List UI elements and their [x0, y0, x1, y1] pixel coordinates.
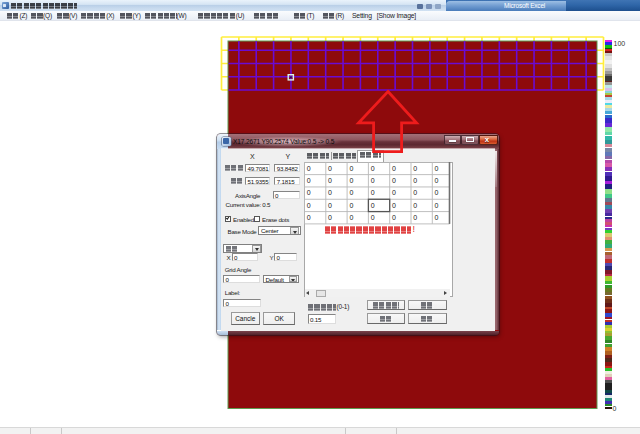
svg-text:0: 0 — [392, 177, 396, 184]
svg-text:0: 0 — [328, 189, 332, 196]
svg-text:0: 0 — [392, 202, 396, 209]
svg-text:0: 0 — [435, 214, 439, 221]
svg-text:0: 0 — [413, 202, 417, 209]
svg-text:0: 0 — [413, 214, 417, 221]
svg-text:0: 0 — [435, 189, 439, 196]
svg-text:0: 0 — [392, 189, 396, 196]
svg-text:0: 0 — [328, 165, 332, 172]
svg-text:0: 0 — [307, 177, 311, 184]
svg-text:0: 0 — [392, 165, 396, 172]
svg-text:0: 0 — [392, 214, 396, 221]
svg-text:0: 0 — [328, 177, 332, 184]
svg-text:0: 0 — [349, 177, 353, 184]
svg-text:0: 0 — [349, 214, 353, 221]
svg-text:0: 0 — [371, 165, 375, 172]
svg-text:0: 0 — [307, 202, 311, 209]
svg-text:0: 0 — [307, 214, 311, 221]
svg-text:0: 0 — [328, 202, 332, 209]
svg-text:0: 0 — [413, 177, 417, 184]
svg-text:0: 0 — [307, 189, 311, 196]
svg-text:0: 0 — [349, 202, 353, 209]
svg-text:0: 0 — [371, 177, 375, 184]
svg-text:0: 0 — [307, 165, 311, 172]
svg-text:0: 0 — [435, 165, 439, 172]
svg-text:0: 0 — [349, 189, 353, 196]
svg-text:0: 0 — [371, 189, 375, 196]
svg-text:0: 0 — [349, 165, 353, 172]
svg-text:0: 0 — [435, 177, 439, 184]
svg-text:0: 0 — [435, 202, 439, 209]
svg-text:0: 0 — [413, 189, 417, 196]
svg-text:0: 0 — [328, 214, 332, 221]
svg-text:0: 0 — [371, 202, 375, 209]
svg-text:0: 0 — [413, 165, 417, 172]
svg-text:0: 0 — [371, 214, 375, 221]
